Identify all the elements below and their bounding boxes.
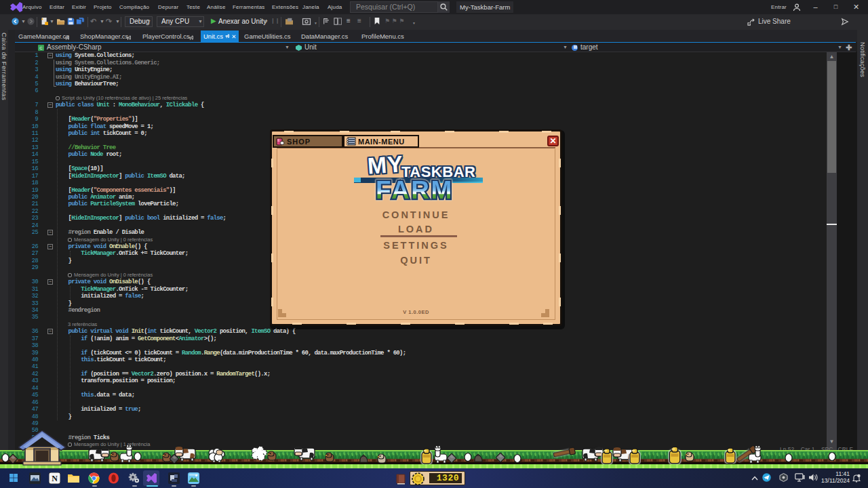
svg-text:N: N — [52, 474, 58, 483]
svg-text:C: C — [39, 46, 43, 50]
